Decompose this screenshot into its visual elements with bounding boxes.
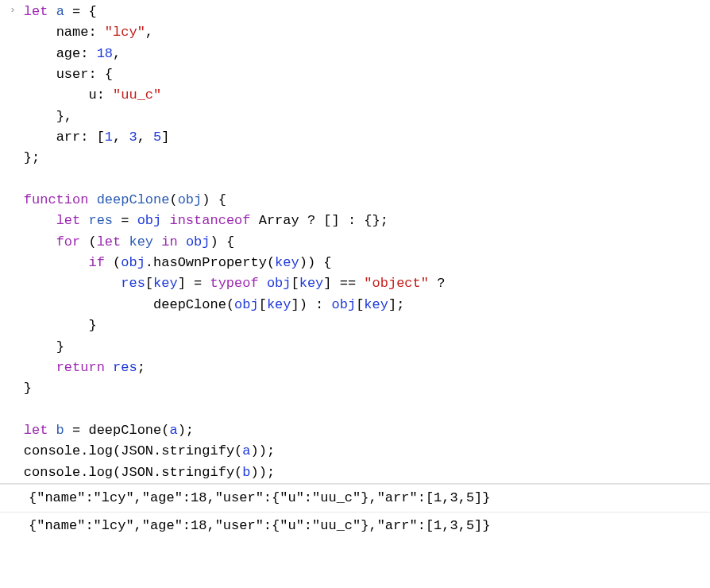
var-a: a xyxy=(56,4,64,19)
fn-deepclone: deepClone xyxy=(97,192,170,207)
console-input-row[interactable]: › let a = { name: "lcy", age: 18, user: … xyxy=(0,0,710,483)
keyword-for: for xyxy=(56,234,81,250)
console-output-line: {"name":"lcy","age":18,"user":{"u":"uu_c… xyxy=(0,484,710,512)
console-prompt-icon: › xyxy=(0,0,24,18)
keyword-typeof: typeof xyxy=(210,276,258,291)
console-output-section: {"name":"lcy","age":18,"user":{"u":"uu_c… xyxy=(0,483,710,540)
var-res: res xyxy=(88,213,113,228)
brace: = { xyxy=(64,4,97,19)
string-uuc: "uu_c" xyxy=(113,87,161,103)
number-18: 18 xyxy=(97,46,113,61)
prop-age: age xyxy=(56,46,81,61)
keyword-in: in xyxy=(153,234,186,250)
prop-u: u xyxy=(88,87,96,103)
keyword-let: let xyxy=(24,4,48,19)
keyword-function: function xyxy=(24,192,89,207)
code-input[interactable]: let a = { name: "lcy", age: 18, user: { … xyxy=(24,0,710,483)
prop-user: user xyxy=(56,67,89,82)
param-obj: obj xyxy=(178,192,203,207)
console-output-line: {"name":"lcy","age":18,"user":{"u":"uu_c… xyxy=(0,512,710,540)
keyword-return: return xyxy=(56,360,105,375)
string-lcy: "lcy" xyxy=(105,25,145,40)
keyword-if: if xyxy=(88,255,104,270)
prop-name: name xyxy=(56,25,89,40)
keyword-instanceof: instanceof xyxy=(161,213,258,228)
prop-arr: arr xyxy=(56,130,81,145)
